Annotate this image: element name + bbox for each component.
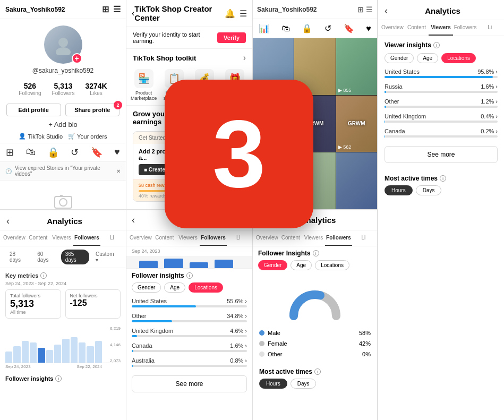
- date-365[interactable]: 365 days: [61, 250, 89, 264]
- bc-tab-viewers[interactable]: Viewers: [176, 230, 200, 246]
- video-cell-6[interactable]: GRWM ▶ 562: [336, 96, 377, 152]
- verify-button[interactable]: Verify: [217, 32, 246, 43]
- bc-country-us: United States 55.6% ›: [132, 298, 247, 308]
- close-icon[interactable]: ✕: [116, 168, 121, 174]
- video-panel-icon2[interactable]: ☰: [366, 5, 373, 14]
- profile-actions: Edit profile Share profile 2: [0, 100, 126, 119]
- bcr-tab-overview[interactable]: Overview: [255, 230, 279, 246]
- bc-subtab-locations[interactable]: Locations: [189, 282, 223, 293]
- date-custom[interactable]: Custom ▾: [91, 250, 121, 264]
- add-bio-link[interactable]: + Add bio: [0, 119, 126, 130]
- tiktok-studio-link[interactable]: 👤 TikTok Studio: [19, 133, 63, 140]
- following-stat[interactable]: 526 Following: [19, 82, 41, 96]
- avatar-add-button[interactable]: +: [72, 53, 82, 64]
- add-icon[interactable]: ⊞: [102, 4, 109, 14]
- vp-bookmark2-icon[interactable]: 🔖: [344, 23, 354, 33]
- bcr-subtab-gender[interactable]: Gender: [258, 260, 287, 270]
- net-followers-value: -125: [70, 298, 116, 308]
- vp-repost2-icon[interactable]: ↺: [324, 23, 331, 33]
- fi-info-icon[interactable]: i: [186, 272, 193, 279]
- subtab-locations[interactable]: Locations: [441, 53, 476, 63]
- follower-insights-info-icon[interactable]: i: [55, 375, 62, 382]
- bl-tab-content[interactable]: Content: [27, 230, 50, 246]
- tab-li[interactable]: Li: [477, 20, 502, 36]
- viewer-insights-info-icon[interactable]: i: [433, 42, 440, 48]
- bc-tab-content[interactable]: Content: [153, 230, 176, 246]
- gender-legend: Male 58% Female 42% Other 0%: [253, 327, 377, 361]
- see-more-button-viewers[interactable]: See more: [385, 146, 498, 163]
- tab-overview[interactable]: Overview: [380, 20, 405, 36]
- vp-lock2-icon[interactable]: 🔒: [302, 23, 312, 33]
- marketplace-icon: 🏪: [134, 69, 153, 88]
- bar-3: [22, 341, 29, 363]
- profile-handle: @sakura_yoshiko592: [32, 67, 94, 74]
- toolkit-marketplace[interactable]: 🏪 ProductMarketplace: [131, 69, 157, 101]
- followers-stat[interactable]: 5,313 Followers: [52, 82, 75, 96]
- country-row-us: United States 95.8% ›: [385, 68, 498, 79]
- bl-tab-overview[interactable]: Overview: [2, 230, 27, 246]
- bc-back-icon[interactable]: ‹: [132, 215, 135, 226]
- bookmark-icon[interactable]: 🔖: [91, 147, 102, 158]
- most-active-info-icon[interactable]: i: [440, 175, 446, 182]
- shop-icon[interactable]: 🛍: [26, 147, 36, 158]
- avatar-wrap: +: [44, 25, 82, 64]
- edit-profile-button[interactable]: Edit profile: [6, 104, 61, 116]
- bc-tab-overview[interactable]: Overview: [129, 230, 153, 246]
- legend-male: Male 58%: [259, 330, 371, 336]
- video-views-3: ▶ 855: [338, 88, 352, 93]
- subtab-age[interactable]: Age: [417, 53, 438, 63]
- most-active-info-icon-bcr[interactable]: i: [314, 368, 321, 375]
- bcr-tab-content[interactable]: Content: [279, 230, 302, 246]
- bcr-tab-li[interactable]: Li: [352, 230, 375, 246]
- lock-icon[interactable]: 🔒: [47, 147, 59, 158]
- hours-tab[interactable]: Hours: [385, 185, 413, 195]
- bc-tab-li[interactable]: Li: [227, 230, 250, 246]
- bl-tab-followers[interactable]: Followers: [73, 230, 100, 246]
- orders-link[interactable]: 🛒 Your orders: [68, 133, 107, 140]
- bcr-hours-tab[interactable]: Hours: [259, 379, 287, 389]
- heart-icon[interactable]: ♥: [114, 147, 120, 158]
- days-tab[interactable]: Days: [416, 185, 442, 195]
- repost-icon[interactable]: ↺: [71, 147, 79, 158]
- grid-icon[interactable]: ⊞: [6, 147, 14, 158]
- follower-insights-section-bcr: Follower Insights i Gender Age Locations: [253, 246, 377, 279]
- bcr-subtab-locations[interactable]: Locations: [315, 260, 349, 270]
- share-profile-button[interactable]: Share profile 2: [65, 104, 120, 116]
- video-cell-3[interactable]: ▶ 855: [336, 38, 377, 95]
- menu-icon[interactable]: ☰: [113, 4, 121, 14]
- hamburger-icon[interactable]: ☰: [240, 8, 247, 19]
- vp-heart2-icon[interactable]: ♥: [366, 24, 371, 33]
- bc-subtab-gender[interactable]: Gender: [132, 282, 161, 293]
- bell-icon[interactable]: 🔔: [225, 8, 235, 19]
- vp-analytics-icon[interactable]: 📊: [259, 23, 269, 33]
- vp-shop-icon[interactable]: 🛍: [281, 24, 290, 33]
- tab-viewers[interactable]: Viewers: [429, 20, 453, 36]
- tab-followers[interactable]: Followers: [453, 20, 478, 36]
- bcr-tab-followers[interactable]: Followers: [325, 230, 352, 246]
- tab-content[interactable]: Content: [405, 20, 429, 36]
- bcr-subtab-age[interactable]: Age: [291, 260, 312, 270]
- bc-tab-followers[interactable]: Followers: [200, 230, 227, 246]
- bcr-days-tab[interactable]: Days: [291, 379, 317, 389]
- country-row-uk: United Kingdom 0.4% ›: [385, 113, 498, 124]
- expired-notice[interactable]: 🕐 View expired Stories in "Your private …: [0, 162, 126, 181]
- fi-info-icon-bcr[interactable]: i: [313, 250, 319, 256]
- see-more-button-bc[interactable]: See more: [132, 375, 247, 392]
- date-60[interactable]: 60 days: [33, 250, 58, 264]
- net-followers-label: Net followers: [70, 293, 116, 298]
- toolkit-arrow[interactable]: ›: [243, 53, 246, 63]
- likes-stat[interactable]: 3274K Likes: [85, 82, 107, 96]
- subtab-gender[interactable]: Gender: [385, 53, 414, 63]
- header-icons: ⊞ ☰: [102, 4, 121, 14]
- bc-country-name-other: Other: [132, 313, 147, 319]
- date-28[interactable]: 28 days: [5, 250, 31, 264]
- bl-tab-li[interactable]: Li: [100, 230, 124, 246]
- bc-subtab-age[interactable]: Age: [164, 282, 185, 293]
- bl-tab-viewers[interactable]: Viewers: [50, 230, 73, 246]
- video-panel-icon1[interactable]: ⊞: [357, 5, 364, 14]
- chart-numbers: 6,219 4,146 2,073: [110, 326, 121, 363]
- video-cell-9[interactable]: [336, 152, 377, 209]
- bcr-tab-viewers[interactable]: Viewers: [302, 230, 325, 246]
- key-metrics-info-icon[interactable]: i: [40, 272, 47, 279]
- country-list-viewers: United States 95.8% › Russia 1.6% › Ot: [385, 68, 498, 139]
